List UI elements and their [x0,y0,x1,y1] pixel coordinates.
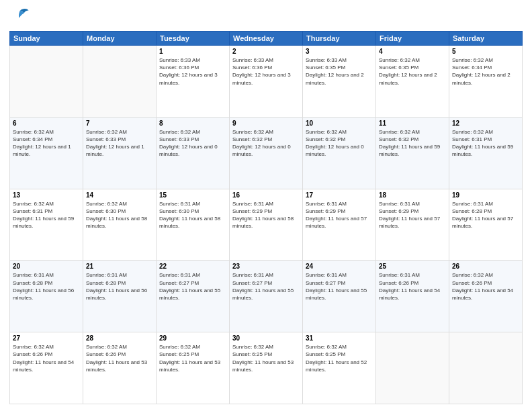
calendar-week-row: 6Sunrise: 6:32 AM Sunset: 6:34 PM Daylig… [10,117,523,189]
day-number: 20 [13,263,80,270]
header [9,7,523,26]
cell-text: Sunrise: 6:32 AM Sunset: 6:26 PM Dayligh… [86,343,153,373]
cell-text: Sunrise: 6:32 AM Sunset: 6:25 PM Dayligh… [232,343,300,373]
cell-text: Sunrise: 6:32 AM Sunset: 6:26 PM Dayligh… [452,271,519,302]
day-number: 1 [159,48,226,55]
day-number: 4 [379,48,446,55]
day-of-week-header: Saturday [449,32,523,46]
calendar-cell: 18Sunrise: 6:31 AM Sunset: 6:29 PM Dayli… [376,189,449,261]
day-number: 6 [13,120,80,127]
cell-text: Sunrise: 6:32 AM Sunset: 6:30 PM Dayligh… [86,200,153,230]
day-number: 13 [13,191,80,199]
cell-text: Sunrise: 6:31 AM Sunset: 6:30 PM Dayligh… [159,200,226,230]
day-number: 8 [159,120,226,127]
cell-text: Sunrise: 6:33 AM Sunset: 6:36 PM Dayligh… [159,56,226,87]
calendar-cell [10,46,83,118]
calendar-cell: 15Sunrise: 6:31 AM Sunset: 6:30 PM Dayli… [157,189,230,261]
day-number: 22 [159,263,226,270]
day-number: 5 [452,48,519,55]
cell-text: Sunrise: 6:32 AM Sunset: 6:26 PM Dayligh… [13,343,80,373]
day-number: 23 [232,263,300,270]
calendar-cell: 9Sunrise: 6:32 AM Sunset: 6:32 PM Daylig… [230,117,303,189]
cell-text: Sunrise: 6:32 AM Sunset: 6:25 PM Dayligh… [159,343,226,373]
day-number: 27 [13,334,80,342]
day-number: 26 [452,263,519,270]
day-number: 29 [159,334,226,342]
logo-bird-icon [11,7,30,26]
calendar-cell: 23Sunrise: 6:31 AM Sunset: 6:27 PM Dayli… [230,261,303,332]
calendar-cell: 20Sunrise: 6:31 AM Sunset: 6:28 PM Dayli… [10,261,83,332]
day-number: 24 [306,263,373,270]
cell-text: Sunrise: 6:32 AM Sunset: 6:34 PM Dayligh… [452,56,519,87]
page: SundayMondayTuesdayWednesdayThursdayFrid… [0,0,532,411]
cell-text: Sunrise: 6:31 AM Sunset: 6:27 PM Dayligh… [232,271,300,302]
cell-text: Sunrise: 6:32 AM Sunset: 6:25 PM Dayligh… [306,343,373,373]
day-number: 21 [86,263,153,270]
calendar-cell: 16Sunrise: 6:31 AM Sunset: 6:29 PM Dayli… [230,189,303,261]
calendar-cell: 21Sunrise: 6:31 AM Sunset: 6:28 PM Dayli… [83,261,157,332]
calendar-cell: 26Sunrise: 6:32 AM Sunset: 6:26 PM Dayli… [449,261,523,332]
day-number: 31 [306,334,373,342]
calendar-cell: 12Sunrise: 6:32 AM Sunset: 6:31 PM Dayli… [449,117,523,189]
day-of-week-header: Tuesday [157,32,230,46]
calendar-cell: 13Sunrise: 6:32 AM Sunset: 6:31 PM Dayli… [10,189,83,261]
calendar-cell: 29Sunrise: 6:32 AM Sunset: 6:25 PM Dayli… [157,332,230,404]
day-number: 11 [379,120,446,127]
cell-text: Sunrise: 6:31 AM Sunset: 6:28 PM Dayligh… [13,271,80,302]
cell-text: Sunrise: 6:31 AM Sunset: 6:27 PM Dayligh… [306,271,373,302]
calendar-cell: 27Sunrise: 6:32 AM Sunset: 6:26 PM Dayli… [10,332,83,404]
calendar-cell: 4Sunrise: 6:32 AM Sunset: 6:35 PM Daylig… [376,46,449,118]
cell-text: Sunrise: 6:32 AM Sunset: 6:31 PM Dayligh… [13,200,80,230]
calendar-cell: 8Sunrise: 6:32 AM Sunset: 6:33 PM Daylig… [157,117,230,189]
cell-text: Sunrise: 6:31 AM Sunset: 6:29 PM Dayligh… [379,200,446,230]
day-of-week-header: Wednesday [230,32,303,46]
calendar-cell: 30Sunrise: 6:32 AM Sunset: 6:25 PM Dayli… [230,332,303,404]
day-number: 14 [86,191,153,199]
calendar-cell: 2Sunrise: 6:33 AM Sunset: 6:36 PM Daylig… [230,46,303,118]
calendar-week-row: 20Sunrise: 6:31 AM Sunset: 6:28 PM Dayli… [10,261,523,332]
cell-text: Sunrise: 6:31 AM Sunset: 6:26 PM Dayligh… [379,271,446,302]
day-number: 17 [306,191,373,199]
calendar-header-row: SundayMondayTuesdayWednesdayThursdayFrid… [10,32,523,46]
day-number: 25 [379,263,446,270]
calendar-cell: 3Sunrise: 6:33 AM Sunset: 6:35 PM Daylig… [303,46,376,118]
cell-text: Sunrise: 6:33 AM Sunset: 6:35 PM Dayligh… [306,56,373,87]
cell-text: Sunrise: 6:31 AM Sunset: 6:28 PM Dayligh… [86,271,153,302]
day-of-week-header: Monday [83,32,157,46]
cell-text: Sunrise: 6:32 AM Sunset: 6:34 PM Dayligh… [13,128,80,158]
cell-text: Sunrise: 6:32 AM Sunset: 6:33 PM Dayligh… [86,128,153,158]
cell-text: Sunrise: 6:31 AM Sunset: 6:29 PM Dayligh… [306,200,373,230]
calendar-cell: 19Sunrise: 6:31 AM Sunset: 6:28 PM Dayli… [449,189,523,261]
calendar-cell: 31Sunrise: 6:32 AM Sunset: 6:25 PM Dayli… [303,332,376,404]
calendar-cell: 1Sunrise: 6:33 AM Sunset: 6:36 PM Daylig… [157,46,230,118]
day-number: 12 [452,120,519,127]
calendar-cell: 14Sunrise: 6:32 AM Sunset: 6:30 PM Dayli… [83,189,157,261]
cell-text: Sunrise: 6:33 AM Sunset: 6:36 PM Dayligh… [232,56,300,87]
calendar-cell [449,332,523,404]
day-number: 15 [159,191,226,199]
calendar-cell: 6Sunrise: 6:32 AM Sunset: 6:34 PM Daylig… [10,117,83,189]
day-number: 18 [379,191,446,199]
cell-text: Sunrise: 6:32 AM Sunset: 6:32 PM Dayligh… [232,128,300,158]
calendar-cell: 5Sunrise: 6:32 AM Sunset: 6:34 PM Daylig… [449,46,523,118]
calendar-cell: 11Sunrise: 6:32 AM Sunset: 6:32 PM Dayli… [376,117,449,189]
cell-text: Sunrise: 6:32 AM Sunset: 6:33 PM Dayligh… [159,128,226,158]
day-number: 28 [86,334,153,342]
day-number: 3 [306,48,373,55]
cell-text: Sunrise: 6:31 AM Sunset: 6:28 PM Dayligh… [452,200,519,230]
day-number: 19 [452,191,519,199]
day-number: 16 [232,191,300,199]
day-number: 30 [232,334,300,342]
day-of-week-header: Sunday [10,32,83,46]
cell-text: Sunrise: 6:31 AM Sunset: 6:27 PM Dayligh… [159,271,226,302]
calendar-cell [83,46,157,118]
day-number: 7 [86,120,153,127]
cell-text: Sunrise: 6:32 AM Sunset: 6:35 PM Dayligh… [379,56,446,87]
calendar-week-row: 13Sunrise: 6:32 AM Sunset: 6:31 PM Dayli… [10,189,523,261]
calendar-week-row: 27Sunrise: 6:32 AM Sunset: 6:26 PM Dayli… [10,332,523,404]
calendar-cell: 25Sunrise: 6:31 AM Sunset: 6:26 PM Dayli… [376,261,449,332]
calendar-cell [376,332,449,404]
day-of-week-header: Friday [376,32,449,46]
calendar-cell: 28Sunrise: 6:32 AM Sunset: 6:26 PM Dayli… [83,332,157,404]
logo [9,7,30,26]
